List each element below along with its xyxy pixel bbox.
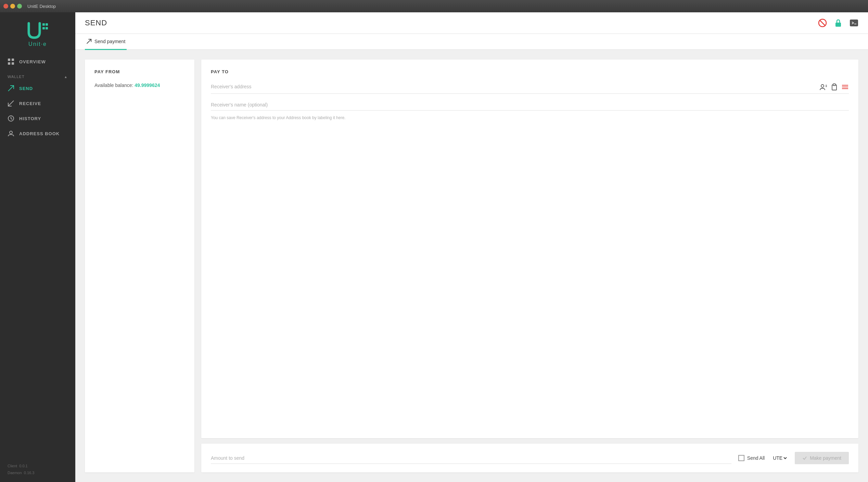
send-all-wrapper: Send All [738,455,765,461]
balance-label: Available balance: [94,83,135,88]
content-area: PAY FROM Available balance: 49.9999624 P… [75,50,868,482]
ban-icon[interactable] [818,18,827,27]
currency-select[interactable]: UTE [771,455,788,461]
svg-rect-12 [835,23,841,27]
make-payment-button[interactable]: Make payment [795,452,849,464]
svg-rect-6 [8,62,10,65]
minimize-button[interactable] [10,4,15,9]
sidebar-item-overview[interactable]: Overview [0,54,75,69]
window-title: UnitE Desktop [27,4,56,9]
amount-card: Send All UTE Make payment [201,444,858,472]
amount-input-wrapper [211,453,731,464]
balance-row: Available balance: 49.9999624 [94,83,185,88]
sidebar-item-receive-label: Receive [19,101,41,106]
address-action-icons [819,83,849,91]
sidebar-item-receive[interactable]: Receive [0,96,75,111]
sidebar-item-history-label: History [19,116,41,121]
svg-rect-7 [12,62,14,65]
logo-text: Unit·e [28,41,47,47]
address-hint: You can save Receiver's address to your … [211,115,849,121]
amount-row: Send All UTE Make payment [211,452,849,464]
send-icon [8,85,14,92]
pay-from-card: PAY FROM Available balance: 49.9999624 [85,60,194,472]
window-controls[interactable] [3,4,22,9]
lock-icon[interactable] [834,18,843,27]
make-payment-label: Make payment [810,455,841,461]
svg-point-15 [821,85,824,87]
close-button[interactable] [3,4,8,9]
maximize-button[interactable] [17,4,22,9]
wallet-section-label: WALLET [0,69,75,81]
addressbook-icon [8,130,14,137]
svg-rect-19 [833,84,835,86]
sidebar-item-send-label: Send [19,86,33,91]
send-all-checkbox[interactable] [738,455,744,461]
tab-bar: Send payment [75,34,868,50]
amount-input[interactable] [211,453,731,464]
pay-to-title: PAY TO [211,69,849,74]
sidebar: Unit·e Overview WALLET Send [0,12,75,482]
pay-from-title: PAY FROM [94,69,185,74]
sidebar-item-send[interactable]: Send [0,81,75,96]
titlebar: UnitE Desktop [0,0,868,12]
send-all-label[interactable]: Send All [747,455,765,461]
svg-rect-2 [42,27,45,29]
svg-rect-5 [12,59,14,61]
contacts-icon[interactable] [819,83,827,91]
checkmark-icon [802,456,807,460]
pay-to-card: PAY TO [201,60,858,438]
svg-rect-0 [42,23,45,26]
svg-line-11 [820,20,825,26]
history-icon [8,115,14,122]
receive-icon [8,100,14,107]
sidebar-footer: Client 0.0.1 Daemon 0.16.3 [0,457,75,482]
main-content: SEND [75,12,868,482]
app-layout: Unit·e Overview WALLET Send [0,12,868,482]
clear-icon[interactable] [841,83,849,91]
sidebar-item-overview-label: Overview [19,59,46,64]
sidebar-item-address-book[interactable]: Address Book [0,126,75,141]
logo: Unit·e [0,12,75,54]
sidebar-item-history[interactable]: History [0,111,75,126]
tab-send-payment-label: Send payment [94,39,125,44]
address-row [211,83,849,94]
balance-value: 49.9999624 [135,83,160,88]
tab-send-payment[interactable]: Send payment [85,34,127,50]
wallet-collapse-icon[interactable] [64,75,68,79]
receiver-name-input[interactable] [211,99,849,111]
terminal-icon[interactable] [850,18,858,27]
paste-icon[interactable] [830,83,838,91]
send-payment-tab-icon [86,39,92,44]
grid-icon [8,58,14,65]
page-title: SEND [85,18,107,27]
svg-point-9 [10,131,12,134]
header-icons [818,18,858,27]
receiver-address-input[interactable] [211,83,815,91]
main-header: SEND [75,12,868,34]
sidebar-item-addressbook-label: Address Book [19,131,60,136]
logo-icon [27,22,48,39]
svg-rect-4 [8,59,10,61]
svg-rect-3 [46,27,48,29]
svg-rect-1 [46,23,48,26]
right-column: PAY TO [201,60,858,472]
